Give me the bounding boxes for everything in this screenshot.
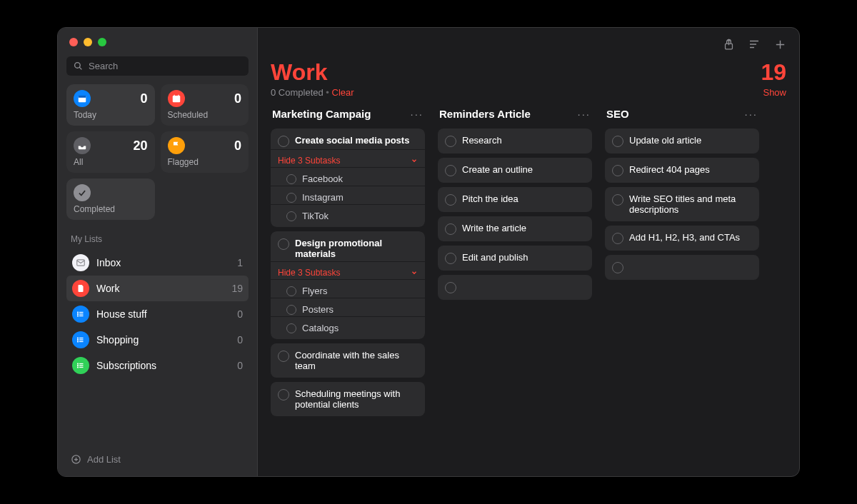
svg-point-11 — [78, 312, 79, 313]
checkbox[interactable] — [286, 323, 296, 333]
smart-flagged[interactable]: 0 Flagged — [161, 131, 249, 173]
sidebar-item-work[interactable]: Work 19 — [66, 276, 249, 301]
list-icon — [72, 331, 89, 348]
task-group: Design promotional materials Hide 3 Subt… — [271, 231, 425, 339]
task-item[interactable]: Design promotional materials — [271, 231, 425, 266]
new-task-placeholder[interactable] — [438, 275, 592, 300]
svg-point-23 — [78, 363, 79, 364]
list-icon — [72, 306, 89, 323]
column-menu-button[interactable]: ··· — [577, 108, 591, 120]
checkbox[interactable] — [612, 262, 623, 273]
sidebar-item-subscriptions[interactable]: Subscriptions 0 — [66, 353, 249, 378]
checkbox[interactable] — [278, 389, 289, 400]
smart-all[interactable]: 20 All — [66, 131, 155, 173]
checkbox[interactable] — [278, 351, 289, 362]
smart-scheduled[interactable]: 0 Scheduled — [161, 84, 249, 126]
subtask-item[interactable]: Catalogs — [271, 316, 425, 339]
smart-flagged-count: 0 — [234, 138, 241, 153]
column-title: Marketing Campaig — [272, 108, 371, 120]
sidebar: 0 Today 0 Scheduled 20 — [58, 28, 258, 476]
task-item[interactable]: Add H1, H2, H3, and CTAs — [605, 226, 759, 251]
chevron-down-icon — [411, 269, 418, 276]
smart-flagged-label: Flagged — [168, 157, 242, 167]
sidebar-item-label: Inbox — [96, 257, 230, 268]
search-input[interactable] — [89, 61, 241, 71]
task-label: Create social media posts — [295, 135, 409, 146]
my-lists-header: My Lists — [66, 231, 249, 250]
task-item[interactable]: Pitch the idea — [438, 187, 592, 212]
checkbox[interactable] — [612, 233, 623, 244]
add-reminder-button[interactable] — [773, 38, 786, 51]
smart-today-count: 0 — [140, 91, 147, 106]
smart-scheduled-label: Scheduled — [168, 110, 242, 120]
checkbox[interactable] — [286, 286, 296, 296]
task-item[interactable]: Coordinate with the sales team — [271, 343, 425, 378]
calendar-icon — [74, 90, 91, 107]
task-item[interactable]: Write SEO titles and meta descriptions — [605, 187, 759, 221]
column-menu-button[interactable]: ··· — [744, 108, 758, 120]
sidebar-item-house[interactable]: House stuff 0 — [66, 301, 249, 327]
fullscreen-window-button[interactable] — [98, 38, 106, 46]
checkbox[interactable] — [286, 174, 296, 184]
task-item[interactable]: Edit and publish — [438, 246, 592, 271]
svg-line-1 — [79, 67, 81, 69]
calendar-scheduled-icon — [168, 90, 185, 107]
sidebar-item-inbox[interactable]: Inbox 1 — [66, 250, 249, 276]
sidebar-item-count: 0 — [237, 360, 243, 371]
checkbox[interactable] — [278, 238, 289, 250]
plus-circle-icon — [71, 454, 81, 465]
minimize-window-button[interactable] — [84, 38, 92, 46]
add-list-button[interactable]: Add List — [66, 451, 249, 468]
checkbox[interactable] — [286, 193, 296, 203]
toolbar — [722, 38, 786, 51]
new-task-placeholder[interactable] — [605, 255, 759, 280]
checkbox[interactable] — [612, 136, 623, 147]
checkbox[interactable] — [286, 305, 296, 315]
smart-completed-label: Completed — [74, 204, 148, 214]
task-item[interactable]: Update old article — [605, 128, 759, 153]
subtask-item[interactable]: TikTok — [271, 204, 425, 227]
list-icon — [72, 357, 89, 374]
column-seo: SEO ··· Update old article Redirect 404 … — [605, 108, 759, 466]
search-field[interactable] — [66, 56, 249, 76]
share-button[interactable] — [722, 38, 735, 51]
checkbox[interactable] — [445, 253, 456, 264]
sidebar-item-count: 0 — [237, 334, 243, 346]
checkbox[interactable] — [445, 223, 456, 235]
clear-completed-button[interactable]: Clear — [332, 87, 354, 98]
checkbox[interactable] — [612, 165, 623, 176]
column-menu-button[interactable]: ··· — [410, 108, 424, 120]
completed-status: 0 Completed • Clear — [271, 87, 354, 98]
checkbox[interactable] — [612, 194, 623, 206]
add-list-label: Add List — [87, 454, 121, 465]
svg-point-13 — [78, 316, 79, 316]
checkbox[interactable] — [445, 194, 456, 206]
task-label: Design promotional materials — [295, 238, 418, 259]
task-item[interactable]: Create an outline — [438, 158, 592, 183]
task-item[interactable]: Research — [438, 128, 592, 153]
sidebar-item-label: Shopping — [96, 334, 230, 346]
task-item[interactable]: Scheduling meetings with potential clien… — [271, 382, 425, 416]
sidebar-item-shopping[interactable]: Shopping 0 — [66, 327, 249, 353]
flag-icon — [168, 137, 185, 154]
show-completed-button[interactable]: Show — [763, 87, 786, 98]
task-item[interactable]: Redirect 404 pages — [605, 158, 759, 183]
checkbox[interactable] — [278, 136, 289, 147]
svg-point-0 — [75, 63, 81, 69]
page-title: Work — [271, 59, 327, 86]
doc-icon — [72, 280, 89, 297]
checkbox[interactable] — [445, 136, 456, 147]
smart-completed[interactable]: Completed — [66, 178, 155, 220]
checkbox[interactable] — [445, 282, 456, 293]
view-options-button[interactable] — [748, 38, 761, 51]
smart-all-count: 20 — [133, 138, 147, 153]
task-item[interactable]: Write the article — [438, 216, 592, 241]
smart-today[interactable]: 0 Today — [66, 84, 155, 126]
close-window-button[interactable] — [69, 38, 78, 46]
svg-point-12 — [78, 314, 79, 315]
sidebar-item-count: 19 — [231, 283, 243, 294]
search-icon — [74, 61, 83, 71]
smart-today-label: Today — [74, 110, 148, 120]
checkbox[interactable] — [286, 211, 296, 221]
checkbox[interactable] — [445, 165, 456, 176]
